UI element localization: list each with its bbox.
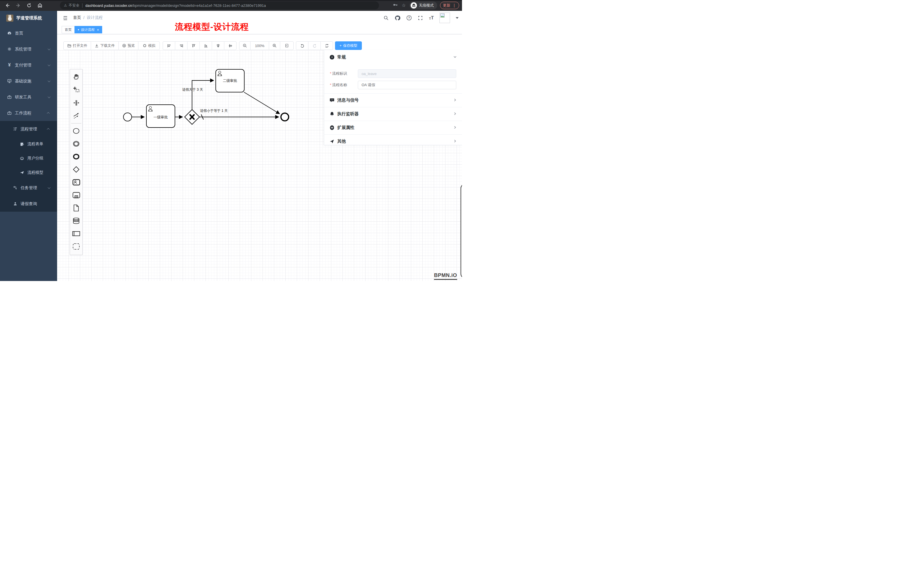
github-icon[interactable]: [394, 15, 400, 21]
bookmark-star-icon[interactable]: ☆: [401, 3, 406, 8]
security-label[interactable]: 不安全: [69, 3, 80, 8]
section-other[interactable]: 其他: [324, 134, 462, 148]
start-event[interactable]: [123, 113, 132, 121]
breadcrumb: 首页 / 设计流程: [73, 15, 103, 20]
flow-task2-to-end[interactable]: [244, 92, 280, 114]
logo-image: [6, 15, 14, 22]
align-right-button[interactable]: [175, 41, 188, 50]
browser-menu-icon[interactable]: ⋮: [452, 3, 456, 8]
align-center-h-button[interactable]: [212, 41, 224, 50]
sidebar-item-process-mgmt[interactable]: 流程管理: [0, 121, 57, 137]
sidebar-item-label: 流程管理: [21, 126, 48, 132]
sidebar-item-process-form[interactable]: 流程表单: [0, 137, 57, 151]
redo-button[interactable]: [308, 41, 321, 50]
reload-icon[interactable]: [26, 2, 33, 9]
button-label: 下载文件: [100, 43, 115, 48]
send-icon: [329, 139, 334, 144]
back-icon[interactable]: [4, 2, 11, 9]
process-key-input: [358, 69, 456, 78]
tab-home[interactable]: 首页: [62, 26, 75, 33]
sidebar-item-infra[interactable]: 基础设施: [0, 73, 57, 89]
forward-icon[interactable]: [15, 2, 22, 9]
close-icon[interactable]: ×: [97, 28, 99, 31]
chevron-down-icon: [453, 55, 457, 60]
sidebar-item-leave-query[interactable]: 请假查询: [0, 196, 57, 212]
breadcrumb-home[interactable]: 首页: [73, 15, 81, 20]
task1-label[interactable]: 一级审批: [146, 115, 175, 120]
sidebar-item-task-mgmt[interactable]: 任务管理: [0, 180, 57, 196]
sidebar-item-payment[interactable]: ¥ 支付管理: [0, 57, 57, 73]
simulate-button[interactable]: 模拟: [138, 41, 160, 50]
incognito-badge[interactable]: 无痕模式: [410, 1, 437, 9]
incognito-icon: [411, 2, 417, 9]
document-edit-icon: [20, 141, 24, 147]
align-bottom-button[interactable]: [200, 41, 212, 50]
app-title: 芋道管理系统: [16, 15, 42, 21]
search-icon[interactable]: [383, 15, 389, 21]
flow-label-gt3[interactable]: 请假大于 3 天: [178, 87, 207, 92]
chevron-right-icon: [453, 98, 457, 103]
preview-button[interactable]: 预览: [118, 41, 138, 50]
help-icon[interactable]: ?: [406, 15, 412, 21]
section-execution-listeners[interactable]: 执行监听器: [324, 107, 462, 121]
sidebar-item-label: 流程模型: [27, 170, 57, 175]
section-general[interactable]: 常规: [324, 50, 462, 64]
end-event[interactable]: [281, 113, 289, 121]
zoom-button-group: 100%: [239, 41, 294, 50]
chevron-down-icon: [48, 95, 51, 98]
process-name-input[interactable]: [358, 81, 456, 89]
update-button[interactable]: 更新 ⋮: [440, 2, 459, 9]
home-icon[interactable]: [36, 2, 44, 9]
sidebar-item-label: 请假查询: [21, 201, 57, 207]
sidebar-item-home[interactable]: 首页: [0, 25, 57, 41]
refresh-button[interactable]: [321, 41, 333, 50]
avatar-dropdown-icon[interactable]: [456, 17, 459, 19]
undo-button[interactable]: [296, 41, 309, 50]
monitor-icon: [7, 78, 12, 84]
flow-gateway-to-task2[interactable]: [192, 81, 214, 109]
collapse-sidebar-icon[interactable]: [62, 15, 69, 21]
sidebar-item-workflow[interactable]: 工作流程: [0, 105, 57, 121]
open-file-button[interactable]: 打开文件: [63, 41, 91, 50]
bpmn-canvas[interactable]: 一级审批 二级审批 请假大于 3 天 请假小于等于 1 天 常规 *流程标: [57, 50, 462, 281]
chevron-down-icon: [48, 79, 51, 82]
sidebar-item-label: 基础设施: [15, 78, 48, 84]
face-icon: [20, 156, 24, 161]
zoom-in-button[interactable]: [269, 41, 280, 50]
offscreen-shape-fragment: [460, 184, 462, 279]
save-model-button[interactable]: + 保存模型: [335, 41, 362, 50]
zoom-out-button[interactable]: [239, 41, 250, 50]
tab-design-process[interactable]: ● 设计流程 ×: [75, 26, 102, 33]
font-size-icon[interactable]: TT: [429, 16, 434, 20]
url-bar[interactable]: ⚠ 不安全 dashboard.yudao.iocoder.cn/bpm/man…: [60, 1, 379, 9]
align-center-v-button[interactable]: [224, 41, 237, 50]
button-label: 打开文件: [73, 43, 87, 48]
section-messages-signals[interactable]: 消息与信号: [324, 93, 462, 107]
breadcrumb-current: 设计流程: [87, 15, 103, 20]
sidebar-item-process-model[interactable]: 流程模型: [0, 165, 57, 180]
align-top-button[interactable]: [187, 41, 200, 50]
section-extended-attributes[interactable]: 扩展属性: [324, 121, 462, 134]
app-logo[interactable]: 芋道管理系统: [0, 11, 57, 25]
toolbox-icon: [7, 94, 12, 100]
save-label: 保存模型: [343, 43, 357, 48]
task2-label[interactable]: 二级审批: [216, 78, 244, 83]
paper-plane-icon: [20, 170, 24, 175]
fullscreen-icon[interactable]: [417, 15, 423, 21]
flow-label-le1[interactable]: 请假小于等于 1 天: [198, 108, 230, 113]
password-key-icon[interactable]: [392, 2, 398, 9]
bpmn-io-logo[interactable]: BPMN.iO: [434, 273, 457, 280]
align-left-button[interactable]: [163, 41, 175, 50]
url-path: /bpm/manager/model/design?modelId=e4a1a1…: [132, 3, 266, 8]
sidebar-item-system[interactable]: 系统管理: [0, 41, 57, 57]
sidebar-item-devtools[interactable]: 研发工具: [0, 89, 57, 105]
avatar[interactable]: [440, 12, 450, 23]
zoom-reset-button[interactable]: [280, 41, 294, 50]
sidebar-item-user-group[interactable]: 用户分组: [0, 151, 57, 165]
tab-label: 首页: [65, 27, 72, 32]
designer-toolbar: 打开文件 下载文件 预览 模拟: [57, 34, 462, 50]
tab-label: 设计流程: [81, 27, 94, 32]
download-file-button[interactable]: 下载文件: [91, 41, 119, 50]
app-header: 首页 / 设计流程 ? TT: [57, 11, 462, 25]
message-icon: [329, 98, 334, 103]
